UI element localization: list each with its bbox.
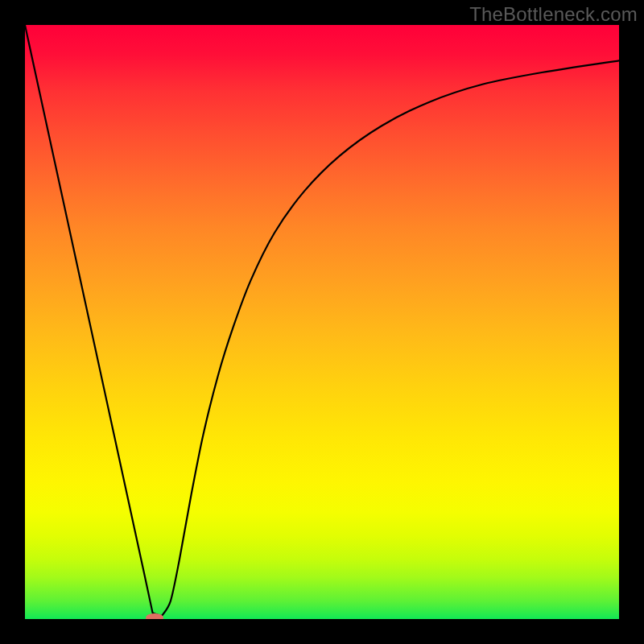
optimum-marker bbox=[146, 613, 163, 619]
bottleneck-curve bbox=[25, 25, 619, 619]
watermark-text: TheBottleneck.com bbox=[469, 3, 638, 26]
chart-frame: TheBottleneck.com bbox=[0, 0, 644, 644]
plot-area bbox=[25, 25, 619, 619]
